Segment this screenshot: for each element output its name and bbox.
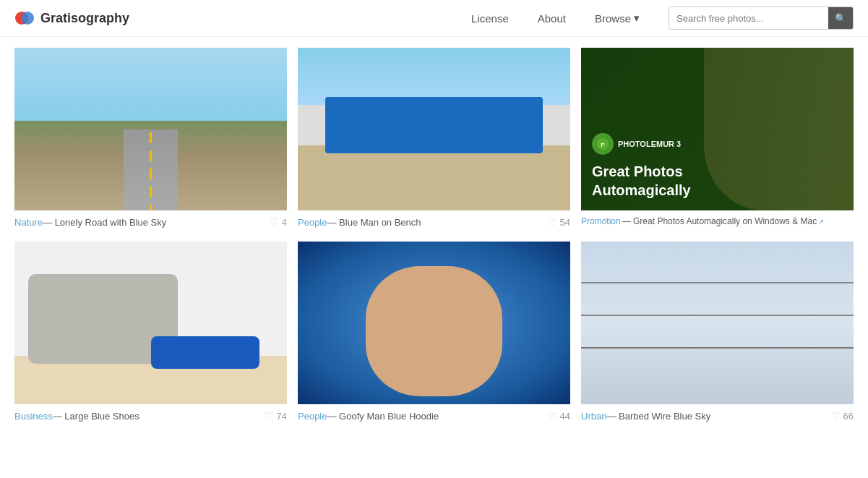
caption-hoodie: People — Goofy Man Blue Hoodie ♡ 44 (298, 404, 570, 424)
category-people-hoodie[interactable]: People (298, 411, 327, 422)
logo-icon (14, 8, 35, 28)
title-barbed: — Barbed Wire Blue Sky (606, 411, 710, 422)
search-icon: 🔍 (835, 13, 846, 24)
photo-road[interactable] (14, 48, 287, 210)
grid-item-hoodie: People — Goofy Man Blue Hoodie ♡ 44 (298, 242, 570, 424)
heart-icon-barbed: ♡ (831, 410, 841, 422)
category-urban[interactable]: Urban (581, 411, 606, 422)
photo-hoodie[interactable] (298, 242, 570, 404)
browse-chevron-icon: ▾ (634, 12, 640, 25)
external-link-icon: ↗ (818, 218, 824, 226)
heart-icon-road: ♡ (270, 216, 279, 228)
heart-icon-bench: ♡ (548, 216, 557, 228)
likes-bench: 54 (560, 217, 570, 228)
heart-icon-hoodie: ♡ (548, 410, 557, 422)
title-bench: — Blue Man on Bench (327, 217, 421, 228)
likes-barbed: 66 (843, 411, 854, 422)
promo-logo-text: PHOTOLEMUR 3 (618, 140, 681, 148)
main-nav: License About Browse ▾ (471, 12, 640, 25)
likes-road: 4 (282, 217, 287, 228)
category-nature[interactable]: Nature (14, 217, 43, 228)
promo-logo-area: P PHOTOLEMUR 3 (592, 133, 843, 155)
title-shoes: — Large Blue Shoes (53, 411, 139, 422)
nav-license[interactable]: License (471, 12, 509, 25)
category-business[interactable]: Business (14, 411, 53, 422)
nav-about[interactable]: About (538, 12, 566, 25)
svg-text:P: P (601, 142, 605, 148)
photo-grid: Nature — Lonely Road with Blue Sky ♡ 4 P… (0, 37, 868, 435)
logo-text: Gratisography (40, 11, 129, 26)
likes-hoodie: 44 (560, 411, 570, 422)
category-promotion[interactable]: Promotion (581, 216, 621, 226)
promo-headline: Great PhotosAutomagically (592, 162, 843, 200)
category-people-bench[interactable]: People (298, 217, 327, 228)
site-header: Gratisography License About Browse ▾ 🔍 (0, 0, 868, 37)
caption-barbed: Urban — Barbed Wire Blue Sky ♡ 66 (581, 404, 854, 424)
likes-shoes: 74 (277, 411, 287, 422)
heart-icon-shoes: ♡ (265, 410, 274, 422)
title-promotion: — Great Photos Automagically on Windows … (622, 216, 817, 226)
promo-logo-icon: P (596, 137, 610, 151)
grid-item-road: Nature — Lonely Road with Blue Sky ♡ 4 (14, 48, 287, 231)
grid-item-bench: People — Blue Man on Bench ♡ 54 (298, 48, 570, 231)
logo-area[interactable]: Gratisography (14, 8, 129, 28)
promo-logo-circle: P (592, 133, 614, 155)
nav-browse[interactable]: Browse ▾ (595, 12, 640, 25)
caption-promotion: Promotion — Great Photos Automagically o… (581, 210, 854, 229)
grid-item-barbed: Urban — Barbed Wire Blue Sky ♡ 66 (581, 242, 854, 424)
grid-item-shoes: Business — Large Blue Shoes ♡ 74 (14, 242, 287, 424)
photo-bench[interactable] (298, 48, 570, 210)
search-input[interactable] (669, 13, 828, 24)
title-road: — Lonely Road with Blue Sky (43, 217, 166, 228)
title-hoodie: — Goofy Man Blue Hoodie (327, 411, 439, 422)
photo-barbed[interactable] (581, 242, 854, 404)
caption-road: Nature — Lonely Road with Blue Sky ♡ 4 (14, 210, 287, 231)
svg-point-1 (21, 12, 34, 25)
grid-item-promotion: P PHOTOLEMUR 3 Great PhotosAutomagically… (581, 48, 854, 231)
photo-promotion[interactable]: P PHOTOLEMUR 3 Great PhotosAutomagically (581, 48, 854, 210)
nav-browse-label: Browse (595, 12, 631, 25)
search-area: 🔍 (669, 7, 854, 30)
photo-shoes[interactable] (14, 242, 287, 404)
search-button[interactable]: 🔍 (828, 7, 853, 30)
caption-bench: People — Blue Man on Bench ♡ 54 (298, 210, 570, 231)
caption-shoes: Business — Large Blue Shoes ♡ 74 (14, 404, 287, 424)
